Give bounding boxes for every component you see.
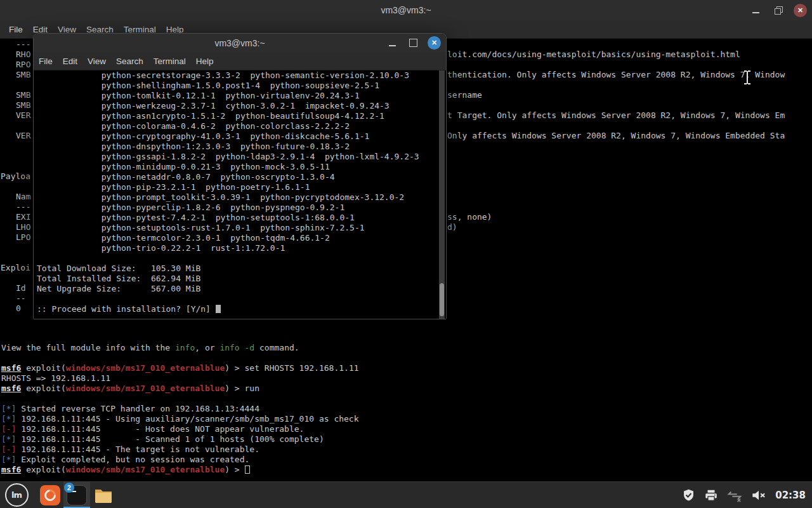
terminal-line: python-asn1crypto-1.5.1-2 python-beautif… <box>37 111 419 121</box>
terminal-text-fragment: thentication. Only affects Windows Serve… <box>447 70 785 80</box>
scrollbar-track[interactable] <box>439 70 445 319</box>
clock[interactable]: 02:38 <box>775 490 806 501</box>
terminal-line <box>37 294 419 304</box>
terminal-text-fragment: EXI <box>16 212 30 222</box>
terminal-line: python-trio-0.22.2-1 rust-1:1.72.0-1 <box>37 243 419 253</box>
menu-item-search[interactable]: Search <box>116 57 143 66</box>
menu-item-file[interactable]: File <box>39 57 53 66</box>
scrollbar-thumb[interactable] <box>440 283 444 316</box>
terminal-window-button[interactable]: 2 <box>63 482 90 508</box>
terminal-text-fragment: VER <box>16 110 30 121</box>
close-button[interactable]: ✕ <box>794 4 807 17</box>
terminal-text-fragment: RPO <box>16 60 30 70</box>
terminal-line: python-dnspython-1:2.3.0-3 python-future… <box>37 142 419 152</box>
terminal-cursor <box>245 465 250 474</box>
terminal-text-fragment: Id <box>16 283 26 293</box>
terminal-text-fragment: sername <box>447 90 482 100</box>
terminal-text-fragment: LHO <box>16 222 30 232</box>
terminal-line: python-prompt_toolkit-3.0.39-1 python-py… <box>37 192 419 203</box>
terminal-line: python-secretstorage-3.3.3-2 python-sema… <box>37 70 419 81</box>
folder-icon <box>94 487 113 504</box>
terminal-text-fragment: 0 <box>16 304 21 314</box>
terminal-output: python-secretstorage-3.3.3-2 python-sema… <box>37 70 419 314</box>
terminal-text-fragment: Payloa <box>1 171 30 182</box>
background-window-titlebar[interactable]: vm3@vm3:~ ✕ <box>0 0 812 20</box>
terminal-text-fragment: SMB <box>16 90 30 100</box>
terminal-text-fragment: d) <box>447 222 457 232</box>
maximize-icon <box>409 39 417 47</box>
foreground-window-menubar: FileEditViewSearchTerminalHelp <box>34 52 446 70</box>
terminal-line: python-cryptography-41.0.3-1 python-disk… <box>37 131 419 142</box>
menu-item-view[interactable]: View <box>88 57 106 66</box>
terminal-line: python-gssapi-1.8.2-2 python-ldap3-2.9.1… <box>37 152 419 162</box>
menu-item-help[interactable]: Help <box>196 57 214 66</box>
terminal-text-fragment: SMB <box>16 70 30 80</box>
desktop: vm3@vm3:~ ✕ FileEditViewSearchTerminalHe… <box>0 0 812 508</box>
terminal-line: python-netaddr-0.8.0-7 python-oscrypto-1… <box>37 172 419 182</box>
terminal-text-fragment: RHO <box>16 50 30 60</box>
close-button[interactable]: ✕ <box>428 36 441 50</box>
minimize-icon <box>752 12 759 13</box>
terminal-line: [*] 192.168.1.11:445 - Scanned 1 of 1 ho… <box>1 434 359 444</box>
terminal-line: msf6 exploit(windows/smb/ms17_010_eterna… <box>1 465 359 475</box>
shield-updates-icon[interactable] <box>682 488 695 502</box>
terminal-line: msf6 exploit(windows/smb/ms17_010_eterna… <box>1 384 359 394</box>
terminal-text-fragment: VER <box>16 131 30 141</box>
terminal-line: View the full module info with the info,… <box>1 343 359 353</box>
terminal-line: python-pip-23.2.1-1 python-poetry-1.6.1-… <box>37 182 419 192</box>
restore-button[interactable] <box>771 4 785 17</box>
maximize-button[interactable] <box>407 36 420 50</box>
foreground-terminal-content: python-secretstorage-3.3.3-2 python-sema… <box>34 70 446 319</box>
terminal-line: [*] 192.168.1.11:445 - Using auxiliary/s… <box>1 414 359 424</box>
terminal-text-fragment: Only affects Windows Server 2008 R2, Win… <box>447 131 785 141</box>
terminal-line: Total Installed Size: 662.94 MiB <box>37 274 419 284</box>
terminal-line: RHOSTS => 192.168.1.11 <box>1 373 359 384</box>
terminal-text-fragment: -- <box>16 293 26 304</box>
background-window-title: vm3@vm3:~ <box>0 5 812 15</box>
firefox-launcher[interactable] <box>37 482 63 508</box>
close-icon: ✕ <box>431 39 437 46</box>
terminal-text-fragment: loit.com/docs/using-metasploit/basics/us… <box>447 50 740 60</box>
foreground-window-titlebar[interactable]: vm3@vm3:~ ✕ <box>34 34 446 52</box>
terminal-output: View the full module info with the info,… <box>1 343 359 475</box>
terminal-text-fragment: Exploi <box>1 263 30 273</box>
terminal-line: python-pyperclip-1.8.2-6 python-pyspnego… <box>37 203 419 213</box>
terminal-cursor <box>216 305 221 313</box>
close-icon: ✕ <box>797 7 803 14</box>
volume-muted-icon[interactable] <box>751 488 766 502</box>
file-manager-launcher[interactable] <box>90 482 117 508</box>
terminal-text-fragment: LPO <box>16 232 30 243</box>
terminal-line: python-minidump-0.0.21-3 python-mock-3.0… <box>37 162 419 172</box>
terminal-line: python-werkzeug-2.3.7-1 cython-3.0.2-1 i… <box>37 101 419 111</box>
terminal-line <box>37 253 419 264</box>
terminal-line <box>1 394 359 404</box>
terminal-line: [*] Started reverse TCP handler on 192.1… <box>1 404 359 414</box>
terminal-text-fragment: Nam <box>16 192 30 202</box>
terminal-line: python-termcolor-2.3.0-1 python-tqdm-4.6… <box>37 233 419 243</box>
terminal-line: python-colorama-0.4.6-2 python-colorclas… <box>37 121 419 131</box>
terminal-text-fragment: SMB <box>16 100 30 110</box>
printer-icon[interactable] <box>704 488 718 502</box>
menu-item-file[interactable]: File <box>9 25 23 34</box>
minimize-button[interactable] <box>386 36 399 50</box>
terminal-line: [-] 192.168.1.11:445 - The target is not… <box>1 444 359 455</box>
network-offline-icon[interactable] <box>727 488 742 502</box>
menu-item-edit[interactable]: Edit <box>63 57 77 66</box>
mint-menu-button[interactable]: lm <box>0 482 33 508</box>
terminal-line: msf6 exploit(windows/smb/ms17_010_eterna… <box>1 363 359 373</box>
foreground-terminal-window[interactable]: vm3@vm3:~ ✕ FileEditViewSearchTerminalHe… <box>33 33 447 319</box>
terminal-line: :: Proceed with installation? [Y/n] <box>37 304 419 314</box>
mint-logo-icon: lm <box>5 483 29 507</box>
terminal-line: python-pytest-7.4.2-1 python-setuptools-… <box>37 213 419 223</box>
window-count-badge: 2 <box>64 483 74 493</box>
minimize-button[interactable] <box>749 4 763 17</box>
foreground-window-title: vm3@vm3:~ <box>34 38 446 48</box>
terminal-line: python-shellingham-1.5.0.post1-4 python-… <box>37 81 419 91</box>
menu-item-terminal[interactable]: Terminal <box>154 57 186 66</box>
taskbar: lm 2 <box>0 481 812 508</box>
terminal-text-fragment: ss, none) <box>447 212 492 222</box>
terminal-text-fragment: --- <box>16 202 30 212</box>
terminal-line: python-setuptools-rust-1.7.0-1 python-sp… <box>37 223 419 233</box>
system-tray: 02:38 <box>682 488 812 502</box>
terminal-line: python-tomlkit-0.12.1-1 python-virtualen… <box>37 91 419 101</box>
